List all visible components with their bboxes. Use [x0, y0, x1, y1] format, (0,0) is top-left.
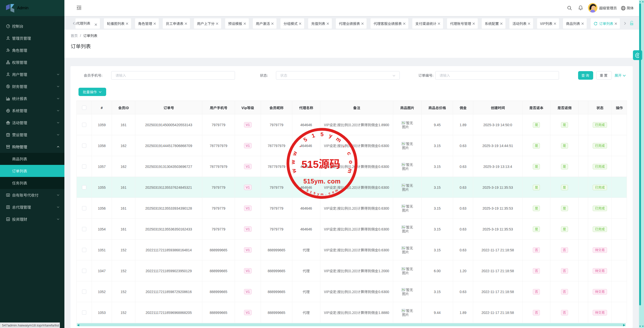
- svg-text:c: c: [346, 151, 353, 156]
- svg-text:5: 5: [302, 136, 308, 143]
- svg-text:w: w: [291, 150, 298, 157]
- svg-text:o: o: [331, 190, 335, 194]
- svg-text:.: .: [325, 192, 326, 196]
- svg-text:.: .: [296, 143, 302, 148]
- svg-text:515: 515: [302, 159, 319, 170]
- svg-text:c: c: [328, 191, 331, 195]
- svg-text:y: y: [317, 192, 320, 196]
- svg-text:m: m: [346, 168, 354, 174]
- svg-text:m: m: [320, 192, 324, 196]
- svg-text:5: 5: [320, 131, 324, 137]
- svg-text:1: 1: [309, 190, 312, 194]
- svg-text:5: 5: [306, 189, 309, 193]
- svg-text:.: .: [342, 143, 348, 148]
- svg-text:5: 5: [313, 191, 316, 195]
- svg-text:w: w: [290, 160, 296, 165]
- svg-text:515ym. com: 515ym. com: [303, 178, 341, 185]
- svg-text:1: 1: [311, 132, 316, 139]
- svg-text:o: o: [348, 160, 354, 164]
- svg-text:y: y: [328, 132, 333, 139]
- svg-text:w: w: [290, 168, 298, 174]
